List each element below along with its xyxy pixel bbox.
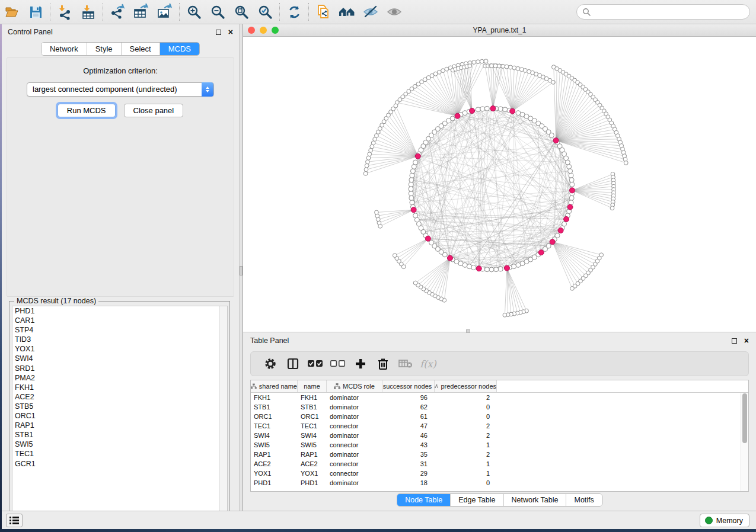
create-column-icon[interactable] bbox=[349, 354, 372, 374]
mcds-result-item[interactable]: STP4 bbox=[12, 325, 227, 335]
save-session-icon[interactable] bbox=[24, 2, 47, 22]
tab-style[interactable]: Style bbox=[87, 43, 121, 55]
column-header-successor-nodes[interactable]: successor nodes bbox=[382, 380, 435, 392]
zoom-out-icon[interactable] bbox=[206, 2, 229, 22]
table-tab-edge-table[interactable]: Edge Table bbox=[450, 494, 503, 506]
tab-mcds[interactable]: MCDS bbox=[160, 43, 199, 55]
table-tab-network-table[interactable]: Network Table bbox=[503, 494, 566, 506]
table-row[interactable]: SWI5SWI5connector431 bbox=[251, 440, 748, 450]
float-panel-icon[interactable] bbox=[216, 30, 221, 35]
table-mode-gear-icon[interactable] bbox=[259, 354, 282, 374]
dominator-node[interactable] bbox=[470, 108, 475, 114]
mcds-result-item[interactable]: STB1 bbox=[12, 430, 227, 440]
dominator-node[interactable] bbox=[510, 108, 515, 114]
search-box[interactable] bbox=[576, 4, 750, 20]
function-builder-icon[interactable]: f(x) bbox=[417, 354, 439, 374]
close-panel-icon[interactable]: × bbox=[228, 30, 233, 35]
hide-selected-icon[interactable] bbox=[359, 2, 382, 22]
dominator-node[interactable] bbox=[455, 113, 460, 118]
horizontal-splitter[interactable] bbox=[466, 329, 470, 333]
table-row[interactable]: RAP1RAP1dominator352 bbox=[251, 450, 748, 459]
mcds-result-item[interactable]: ACE2 bbox=[12, 392, 227, 402]
mcds-result-item[interactable]: YOX1 bbox=[12, 344, 227, 354]
delete-column-icon[interactable] bbox=[372, 354, 394, 374]
table-row[interactable]: TEC1TEC1connector472 bbox=[251, 421, 748, 431]
tab-select[interactable]: Select bbox=[121, 43, 160, 55]
float-table-panel-icon[interactable] bbox=[732, 338, 737, 344]
column-header-shared-name[interactable]: shared name bbox=[251, 380, 298, 392]
column-header-predecessor-nodes[interactable]: predecessor nodes bbox=[435, 380, 497, 392]
mcds-result-item[interactable]: SWI5 bbox=[12, 440, 227, 449]
close-panel-button[interactable]: Close panel bbox=[124, 104, 184, 117]
table-scroll-thumb[interactable] bbox=[742, 393, 747, 443]
select-all-checks-icon[interactable] bbox=[304, 354, 327, 374]
show-columns-icon[interactable] bbox=[282, 354, 304, 374]
table-tab-motifs[interactable]: Motifs bbox=[566, 494, 601, 506]
first-neighbors-icon[interactable] bbox=[335, 2, 359, 22]
dominator-node[interactable] bbox=[569, 188, 575, 193]
open-file-icon[interactable] bbox=[0, 2, 24, 22]
export-network-icon[interactable] bbox=[106, 2, 129, 22]
mcds-result-list[interactable]: PHD1CAR1STP4TID3YOX1SWI4SRD1PMA2FKH1ACE2… bbox=[12, 306, 228, 518]
copy-network-icon[interactable] bbox=[311, 2, 335, 22]
dominator-node[interactable] bbox=[411, 207, 416, 213]
mcds-result-item[interactable]: TID3 bbox=[12, 335, 227, 344]
table-tab-node-table[interactable]: Node Table bbox=[397, 494, 450, 506]
import-table-icon[interactable] bbox=[76, 2, 100, 22]
column-header-MCDS-role[interactable]: MCDS role bbox=[327, 380, 382, 392]
dominator-node[interactable] bbox=[550, 239, 555, 245]
column-header-name[interactable]: name bbox=[298, 380, 327, 392]
table-header-row[interactable]: shared namenameMCDS rolesuccessor nodesp… bbox=[251, 380, 748, 393]
result-scrollbar[interactable] bbox=[219, 306, 227, 517]
task-history-button[interactable] bbox=[6, 514, 23, 527]
zoom-fit-icon[interactable] bbox=[229, 2, 253, 22]
network-canvas-svg[interactable] bbox=[243, 37, 756, 332]
search-input[interactable] bbox=[594, 8, 742, 16]
export-image-icon[interactable] bbox=[153, 2, 177, 22]
memory-button[interactable]: Memory bbox=[700, 514, 749, 527]
mcds-result-item[interactable]: TEC1 bbox=[12, 449, 227, 459]
dominator-node[interactable] bbox=[425, 236, 430, 241]
node-table[interactable]: shared namenameMCDS rolesuccessor nodesp… bbox=[250, 380, 749, 492]
close-table-panel-icon[interactable]: × bbox=[744, 338, 749, 344]
mcds-result-item[interactable]: FKH1 bbox=[12, 383, 227, 392]
import-network-icon[interactable] bbox=[53, 2, 76, 22]
table-row[interactable]: STB1STB1dominator620 bbox=[251, 402, 748, 412]
dominator-node[interactable] bbox=[476, 266, 481, 271]
dominator-node[interactable] bbox=[553, 138, 559, 143]
run-mcds-button[interactable]: Run MCDS bbox=[58, 104, 116, 117]
dominator-node[interactable] bbox=[415, 153, 420, 159]
dominator-node[interactable] bbox=[490, 106, 496, 111]
dominator-node[interactable] bbox=[538, 250, 544, 255]
table-row[interactable]: YOX1YOX1connector291 bbox=[251, 469, 748, 478]
mcds-result-item[interactable]: ORC1 bbox=[12, 411, 227, 421]
refresh-view-icon[interactable] bbox=[282, 2, 306, 22]
zoom-selected-icon[interactable] bbox=[253, 2, 277, 22]
table-row[interactable]: SWI4SWI4dominator462 bbox=[251, 431, 748, 440]
network-titlebar[interactable]: YPA_prune.txt_1 bbox=[243, 24, 756, 37]
zoom-in-icon[interactable] bbox=[182, 2, 206, 22]
table-row[interactable]: ACE2ACE2connector311 bbox=[251, 459, 748, 469]
mcds-result-item[interactable]: GCR1 bbox=[12, 459, 227, 469]
criterion-dropdown[interactable]: largest connected component (undirected) bbox=[27, 82, 214, 97]
vertical-splitter[interactable] bbox=[239, 24, 243, 511]
mcds-result-item[interactable]: SRD1 bbox=[12, 364, 227, 373]
mcds-result-item[interactable]: RAP1 bbox=[12, 421, 227, 430]
export-table-icon[interactable] bbox=[129, 2, 153, 22]
dominator-node[interactable] bbox=[447, 255, 452, 261]
mcds-result-item[interactable]: PMA2 bbox=[12, 373, 227, 383]
show-all-icon[interactable] bbox=[382, 2, 406, 22]
table-row[interactable]: FKH1FKH1dominator962 bbox=[251, 393, 748, 402]
mcds-result-item[interactable]: STB5 bbox=[12, 402, 227, 411]
dominator-node[interactable] bbox=[567, 204, 573, 210]
tab-network[interactable]: Network bbox=[42, 43, 87, 55]
table-row[interactable]: PHD1PHD1dominator180 bbox=[251, 478, 748, 488]
dominator-node[interactable] bbox=[564, 216, 569, 222]
table-row[interactable]: ORC1ORC1dominator610 bbox=[251, 412, 748, 421]
delete-table-icon[interactable] bbox=[394, 354, 417, 374]
mcds-result-item[interactable]: CAR1 bbox=[12, 316, 227, 325]
mcds-result-item[interactable]: SWI4 bbox=[12, 354, 227, 363]
table-scrollbar[interactable] bbox=[741, 393, 748, 491]
mcds-result-item[interactable]: PHD1 bbox=[12, 306, 227, 316]
dominator-node[interactable] bbox=[504, 265, 509, 271]
